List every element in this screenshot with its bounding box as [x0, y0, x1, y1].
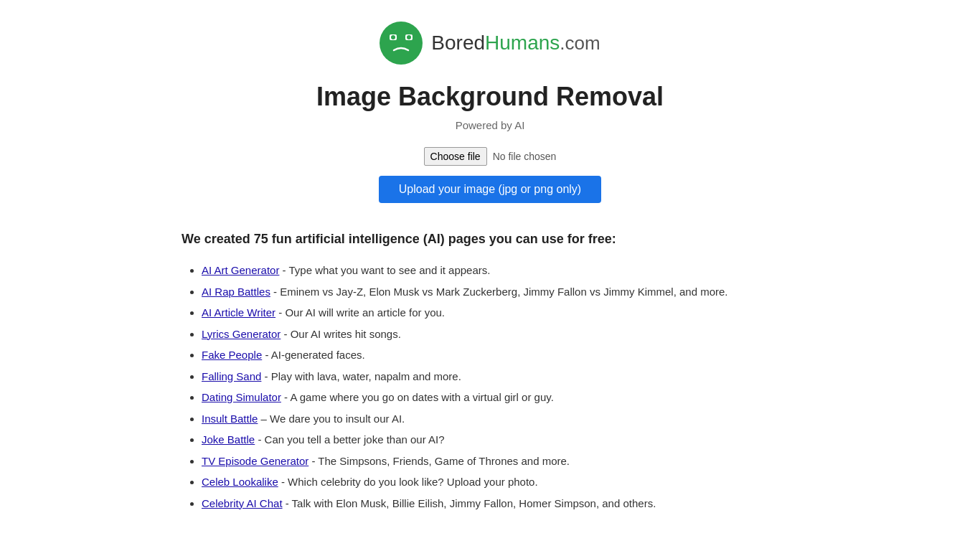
svg-point-3 — [391, 35, 395, 39]
promo-link[interactable]: AI Rap Battles — [202, 286, 270, 298]
no-file-text: No file chosen — [493, 151, 557, 162]
logo-area: BoredHumans.com — [182, 22, 798, 65]
choose-file-button[interactable]: Choose file — [424, 147, 487, 166]
promo-description: – We dare you to insult our AI. — [258, 413, 405, 425]
logo-humans: Humans — [485, 32, 560, 54]
svg-point-4 — [407, 35, 411, 39]
promo-section: We created 75 fun artificial intelligenc… — [182, 232, 798, 512]
promo-link[interactable]: Falling Sand — [202, 370, 261, 382]
promo-description: - Talk with Elon Musk, Billie Eilish, Ji… — [283, 497, 656, 509]
promo-link[interactable]: Celeb Lookalike — [202, 476, 278, 488]
list-item: AI Article Writer - Our AI will write an… — [202, 303, 798, 322]
list-item: Falling Sand - Play with lava, water, na… — [202, 367, 798, 386]
upload-button[interactable]: Upload your image (jpg or png only) — [379, 176, 601, 203]
promo-description: - The Simpsons, Friends, Game of Thrones… — [308, 455, 570, 467]
page-title: Image Background Removal — [182, 82, 798, 112]
promo-link[interactable]: Joke Battle — [202, 433, 255, 446]
promo-link[interactable]: Insult Battle — [202, 413, 258, 425]
promo-description: - Type what you want to see and it appea… — [279, 264, 490, 276]
promo-link[interactable]: Dating Simulator — [202, 391, 281, 403]
list-item: AI Rap Battles - Eminem vs Jay-Z, Elon M… — [202, 283, 798, 301]
promo-link[interactable]: TV Episode Generator — [202, 455, 308, 467]
promo-description: - Can you tell a better joke than our AI… — [255, 433, 444, 446]
promo-link[interactable]: AI Article Writer — [202, 306, 275, 319]
list-item: Joke Battle - Can you tell a better joke… — [202, 430, 798, 449]
promo-list: AI Art Generator - Type what you want to… — [182, 261, 798, 512]
list-item: AI Art Generator - Type what you want to… — [202, 261, 798, 280]
list-item: Fake People - AI-generated faces. — [202, 346, 798, 364]
bored-humans-logo-icon — [380, 22, 423, 65]
list-item: Lyrics Generator - Our AI writes hit son… — [202, 325, 798, 344]
promo-link[interactable]: Lyrics Generator — [202, 328, 281, 340]
promo-description: - Eminem vs Jay-Z, Elon Musk vs Mark Zuc… — [270, 286, 728, 298]
list-item: TV Episode Generator - The Simpsons, Fri… — [202, 452, 798, 471]
file-input-row: Choose file No file chosen — [182, 147, 798, 166]
powered-by-text: Powered by AI — [182, 119, 798, 131]
promo-link[interactable]: Celebrity AI Chat — [202, 497, 283, 509]
logo-dotcom: .com — [560, 32, 600, 54]
promo-heading: We created 75 fun artificial intelligenc… — [182, 232, 798, 247]
list-item: Celebrity AI Chat - Talk with Elon Musk,… — [202, 494, 798, 513]
logo-text: BoredHumans.com — [431, 32, 600, 55]
list-item: Insult Battle – We dare you to insult ou… — [202, 410, 798, 428]
page-wrapper: BoredHumans.com Image Background Removal… — [167, 0, 813, 537]
logo-bored: Bored — [431, 32, 485, 54]
promo-description: - Play with lava, water, napalm and more… — [261, 370, 461, 382]
promo-link[interactable]: Fake People — [202, 349, 262, 361]
list-item: Celeb Lookalike - Which celebrity do you… — [202, 473, 798, 491]
promo-description: - AI-generated faces. — [262, 349, 364, 361]
svg-point-0 — [380, 22, 423, 65]
promo-description: - Our AI will write an article for you. — [275, 306, 445, 319]
promo-description: - Which celebrity do you look like? Uplo… — [278, 476, 538, 488]
list-item: Dating Simulator - A game where you go o… — [202, 388, 798, 407]
promo-description: - Our AI writes hit songs. — [281, 328, 401, 340]
promo-description: - A game where you go on dates with a vi… — [281, 391, 554, 403]
promo-link[interactable]: AI Art Generator — [202, 264, 279, 276]
